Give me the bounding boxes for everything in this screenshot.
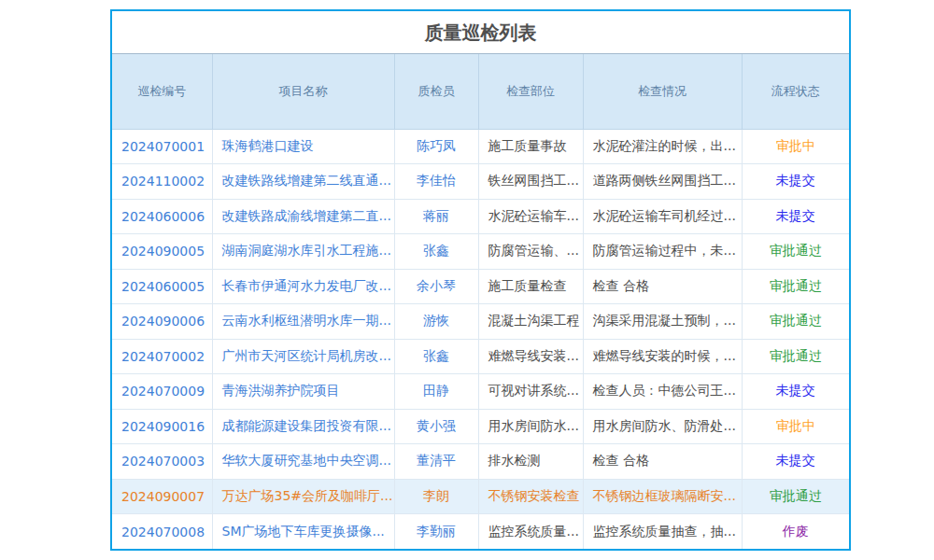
cell-project-name: 珠海鹤港口建设 (212, 129, 394, 164)
cell-inspector: 余小琴 (394, 269, 478, 304)
cell-inspection-part: 施工质量检查 (478, 269, 583, 304)
cell-inspector: 李朗 (394, 479, 478, 514)
table-row[interactable]: 2024060005 长春市伊通河水力发电厂改... 余小琴 施工质量检查 检查… (112, 269, 849, 304)
cell-status-badge: 未提交 (742, 164, 849, 200)
cell-status-badge: 审批通过 (742, 234, 849, 270)
table-row[interactable]: 2024070003 华软大厦研究基地中央空调... 董清平 排水检测 检查 合… (112, 444, 849, 480)
cell-project-name: 万达广场35#会所及咖啡厅... (212, 479, 394, 514)
cell-project-name: 青海洪湖养护院项目 (212, 374, 394, 410)
cell-inspector: 游恢 (394, 304, 478, 340)
table-row[interactable]: 2024070001 珠海鹤港口建设 陈巧凤 施工质量事故 水泥砼灌注的时候，出… (112, 129, 849, 164)
cell-project-name: 华软大厦研究基地中央空调... (212, 444, 394, 480)
cell-inspector: 黄小强 (394, 409, 478, 444)
cell-inspection-id: 2024060006 (112, 199, 212, 234)
cell-status-badge: 审批通过 (742, 269, 849, 304)
col-header-inspection-situation: 检查情况 (583, 54, 742, 129)
cell-inspector: 张鑫 (394, 234, 478, 270)
col-header-flow-status: 流程状态 (742, 54, 849, 129)
cell-inspection-part: 难燃导线安装... (478, 339, 583, 374)
cell-inspection-situation: 不锈钢边框玻璃隔断安... (583, 479, 742, 514)
cell-project-name: 湖南洞庭湖水库引水工程施... (212, 234, 394, 270)
cell-inspection-part: 铁丝网围挡工... (478, 164, 583, 200)
cell-project-name: 广州市天河区统计局机房改... (212, 339, 394, 374)
cell-inspection-part: 混凝土沟渠工程 (478, 304, 583, 340)
cell-status-badge: 未提交 (742, 374, 849, 410)
cell-project-name: 云南水利枢纽潜明水库一期... (212, 304, 394, 340)
quality-inspection-panel: 质量巡检列表 巡检编号 项目名称 质检员 检查部位 检查情况 流程状态 2024… (110, 9, 851, 551)
cell-inspection-id: 2024070003 (112, 444, 212, 480)
cell-project-name: SM广场地下车库更换摄像... (212, 514, 394, 550)
cell-inspection-situation: 检查人员：中德公司王... (583, 374, 742, 410)
cell-inspection-situation: 监控系统质量抽查，抽... (583, 514, 742, 550)
table-row[interactable]: 2024060006 改建铁路成渝线增建第二直... 蒋丽 水泥砼运输车... … (112, 199, 849, 234)
cell-status-badge: 作废 (742, 514, 849, 550)
cell-project-name: 改建铁路线增建第二线直通... (212, 164, 394, 200)
cell-inspector: 张鑫 (394, 339, 478, 374)
inspection-table: 巡检编号 项目名称 质检员 检查部位 检查情况 流程状态 2024070001 … (112, 54, 849, 549)
cell-inspection-id: 2024070002 (112, 339, 212, 374)
cell-inspector: 蒋丽 (394, 199, 478, 234)
cell-inspector: 李勤丽 (394, 514, 478, 550)
table-row[interactable]: 2024090016 成都能源建设集团投资有限... 黄小强 用水房间防水...… (112, 409, 849, 444)
cell-inspection-id: 2024070001 (112, 129, 212, 164)
cell-inspection-id: 2024090007 (112, 479, 212, 514)
table-body: 2024070001 珠海鹤港口建设 陈巧凤 施工质量事故 水泥砼灌注的时候，出… (112, 129, 849, 549)
cell-inspection-part: 水泥砼运输车... (478, 199, 583, 234)
cell-inspection-situation: 用水房间防水、防滑处... (583, 409, 742, 444)
cell-inspection-situation: 检查 合格 (583, 269, 742, 304)
cell-inspection-situation: 沟渠采用混凝土预制，... (583, 304, 742, 340)
cell-project-name: 成都能源建设集团投资有限... (212, 409, 394, 444)
cell-inspection-id: 2024070009 (112, 374, 212, 410)
table-row[interactable]: 2024070009 青海洪湖养护院项目 田静 可视对讲系统... 检查人员：中… (112, 374, 849, 410)
col-header-inspection-part: 检查部位 (478, 54, 583, 129)
table-row[interactable]: 2024090006 云南水利枢纽潜明水库一期... 游恢 混凝土沟渠工程 沟渠… (112, 304, 849, 340)
cell-status-badge: 审批通过 (742, 339, 849, 374)
cell-inspection-part: 防腐管运输、... (478, 234, 583, 270)
cell-project-name: 长春市伊通河水力发电厂改... (212, 269, 394, 304)
table-row[interactable]: 2024090007 万达广场35#会所及咖啡厅... 李朗 不锈钢安装检查 不… (112, 479, 849, 514)
table-row[interactable]: 2024070008 SM广场地下车库更换摄像... 李勤丽 监控系统质量...… (112, 514, 849, 550)
cell-inspection-situation: 道路两侧铁丝网围挡工... (583, 164, 742, 200)
cell-inspector: 李佳怡 (394, 164, 478, 200)
col-header-project-name: 项目名称 (212, 54, 394, 129)
cell-inspection-part: 用水房间防水... (478, 409, 583, 444)
cell-status-badge: 审批中 (742, 129, 849, 164)
page-title: 质量巡检列表 (112, 11, 849, 54)
cell-inspection-part: 不锈钢安装检查 (478, 479, 583, 514)
col-header-inspector: 质检员 (394, 54, 478, 129)
cell-status-badge: 未提交 (742, 444, 849, 480)
cell-inspection-part: 监控系统质量... (478, 514, 583, 550)
cell-inspection-id: 2024070008 (112, 514, 212, 550)
cell-inspection-id: 2024090006 (112, 304, 212, 340)
table-header-row: 巡检编号 项目名称 质检员 检查部位 检查情况 流程状态 (112, 54, 849, 129)
cell-status-badge: 审批通过 (742, 304, 849, 340)
cell-inspection-id: 2024090005 (112, 234, 212, 270)
cell-inspection-situation: 水泥砼运输车司机经过... (583, 199, 742, 234)
cell-inspector: 陈巧凤 (394, 129, 478, 164)
cell-inspection-part: 可视对讲系统... (478, 374, 583, 410)
cell-inspection-situation: 检查 合格 (583, 444, 742, 480)
cell-inspector: 田静 (394, 374, 478, 410)
cell-inspection-situation: 防腐管运输过程中，未... (583, 234, 742, 270)
col-header-inspection-id: 巡检编号 (112, 54, 212, 129)
cell-inspection-situation: 水泥砼灌注的时候，出... (583, 129, 742, 164)
cell-project-name: 改建铁路成渝线增建第二直... (212, 199, 394, 234)
table-row[interactable]: 2024110002 改建铁路线增建第二线直通... 李佳怡 铁丝网围挡工...… (112, 164, 849, 200)
cell-inspection-part: 施工质量事故 (478, 129, 583, 164)
cell-inspector: 董清平 (394, 444, 478, 480)
cell-status-badge: 审批中 (742, 409, 849, 444)
cell-inspection-id: 2024060005 (112, 269, 212, 304)
cell-inspection-part: 排水检测 (478, 444, 583, 480)
cell-inspection-id: 2024090016 (112, 409, 212, 444)
cell-status-badge: 未提交 (742, 199, 849, 234)
cell-inspection-id: 2024110002 (112, 164, 212, 200)
table-row[interactable]: 2024070002 广州市天河区统计局机房改... 张鑫 难燃导线安装... … (112, 339, 849, 374)
table-row[interactable]: 2024090005 湖南洞庭湖水库引水工程施... 张鑫 防腐管运输、... … (112, 234, 849, 270)
cell-status-badge: 审批通过 (742, 479, 849, 514)
cell-inspection-situation: 难燃导线安装的时候，... (583, 339, 742, 374)
